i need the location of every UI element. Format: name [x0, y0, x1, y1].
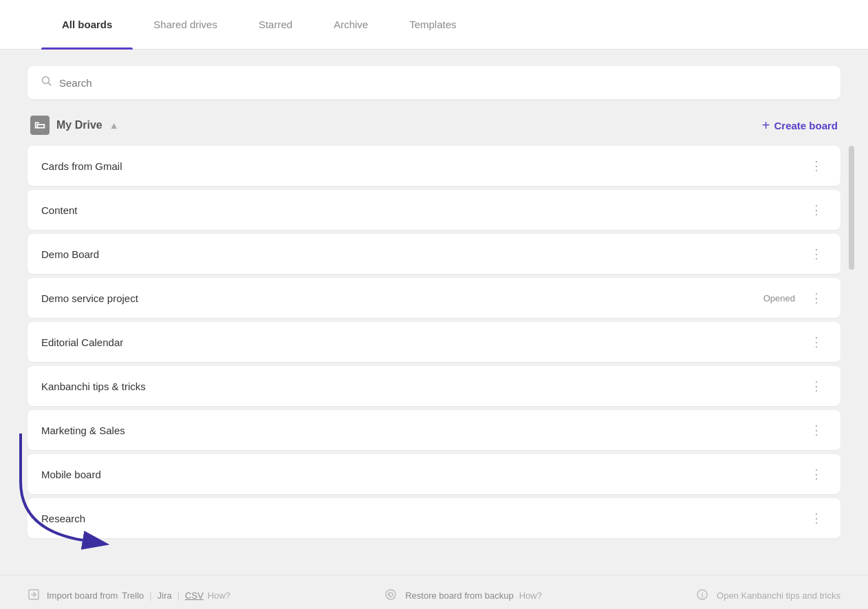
board-item-left: Kanbanchi tips & tricks: [41, 381, 146, 392]
search-icon: [41, 76, 52, 89]
create-board-button[interactable]: + Create board: [762, 118, 838, 133]
board-item-right: Opened⋮: [763, 290, 827, 306]
plus-icon: +: [762, 118, 770, 133]
board-menu-button[interactable]: ⋮: [806, 202, 827, 217]
footer-sep-1: |: [149, 590, 151, 601]
board-menu-button[interactable]: ⋮: [806, 246, 827, 261]
tips-icon: [696, 588, 708, 603]
tab-shared-drives[interactable]: Shared drives: [133, 0, 238, 50]
board-item[interactable]: Demo service projectOpened⋮: [28, 278, 840, 318]
drive-sort-icon[interactable]: ▲: [109, 120, 119, 131]
board-list-container: Cards from Gmail⋮Content⋮Demo Board⋮Demo…: [28, 146, 840, 542]
board-opened-badge: Opened: [763, 293, 795, 303]
svg-point-10: [386, 590, 395, 599]
board-menu-button[interactable]: ⋮: [806, 511, 827, 526]
board-item-right: ⋮: [806, 334, 827, 350]
board-item[interactable]: Editorial Calendar⋮: [28, 322, 840, 362]
import-trello-link[interactable]: Trello: [122, 590, 144, 601]
board-menu-button[interactable]: ⋮: [806, 423, 827, 438]
tab-all-boards-label: All boards: [62, 19, 112, 30]
board-menu-button[interactable]: ⋮: [806, 290, 827, 306]
footer-sep-2: |: [177, 590, 180, 601]
board-item-left: Content: [41, 204, 78, 216]
tab-bar: All boards Shared drives Starred Archive…: [0, 0, 868, 50]
board-item-right: ⋮: [806, 378, 827, 394]
board-item-right: ⋮: [806, 158, 827, 173]
search-bar: [28, 66, 840, 99]
board-item-name: Content: [41, 204, 78, 216]
create-board-label: Create board: [774, 120, 838, 131]
app-container: All boards Shared drives Starred Archive…: [0, 0, 868, 609]
tab-starred[interactable]: Starred: [238, 0, 313, 50]
open-tips-link[interactable]: Open Kanbanchi tips and tricks: [717, 590, 840, 601]
footer-left: Import board from Trello | Jira | CSV Ho…: [28, 588, 230, 603]
board-item-name: Demo Board: [41, 248, 99, 260]
svg-rect-7: [43, 124, 45, 128]
footer-right: Open Kanbanchi tips and tricks: [696, 588, 840, 603]
restore-icon: [384, 588, 397, 603]
board-item-name: Cards from Gmail: [41, 160, 122, 172]
svg-rect-4: [35, 127, 45, 129]
board-menu-button[interactable]: ⋮: [806, 378, 827, 394]
board-item-name: Editorial Calendar: [41, 336, 123, 348]
import-csv-link[interactable]: CSV: [185, 590, 204, 601]
tab-starred-label: Starred: [259, 19, 292, 30]
board-item[interactable]: Mobile board⋮: [28, 454, 840, 494]
footer: Import board from Trello | Jira | CSV Ho…: [0, 575, 868, 609]
board-item-left: Editorial Calendar: [41, 336, 123, 348]
board-item-right: ⋮: [806, 511, 827, 526]
board-item[interactable]: Marketing & Sales⋮: [28, 410, 840, 450]
board-item[interactable]: Kanbanchi tips & tricks⋮: [28, 366, 840, 406]
restore-label: Restore board from backup: [405, 590, 514, 601]
board-item-right: ⋮: [806, 467, 827, 482]
tab-archive-label: Archive: [334, 19, 368, 30]
board-item-name: Marketing & Sales: [41, 425, 125, 436]
import-how-link[interactable]: How?: [208, 590, 230, 601]
board-item-right: ⋮: [806, 202, 827, 217]
board-item-left: Cards from Gmail: [41, 160, 122, 172]
restore-how-link[interactable]: How?: [519, 590, 542, 601]
board-item-name: Research: [41, 513, 85, 524]
tab-archive[interactable]: Archive: [313, 0, 389, 50]
tab-shared-drives-label: Shared drives: [153, 19, 217, 30]
board-menu-button[interactable]: ⋮: [806, 158, 827, 173]
board-menu-button[interactable]: ⋮: [806, 334, 827, 350]
drive-icon: [30, 116, 50, 135]
svg-point-12: [702, 592, 703, 593]
board-list: Cards from Gmail⋮Content⋮Demo Board⋮Demo…: [28, 146, 840, 542]
svg-line-1: [49, 83, 52, 86]
board-item-left: Mobile board: [41, 469, 101, 480]
main-content: My Drive ▲ + Create board Cards from Gma…: [0, 50, 868, 568]
board-item-left: Demo service project: [41, 292, 138, 304]
board-item-left: Demo Board: [41, 248, 99, 260]
board-item-left: Research: [41, 513, 85, 524]
svg-rect-6: [37, 124, 39, 128]
tab-templates[interactable]: Templates: [389, 0, 477, 50]
import-jira-link[interactable]: Jira: [158, 590, 172, 601]
drive-header: My Drive ▲ + Create board: [28, 116, 840, 135]
tab-templates-label: Templates: [409, 19, 456, 30]
board-item-name: Demo service project: [41, 292, 138, 304]
import-label: Import board from: [47, 590, 118, 601]
scrollbar-thumb[interactable]: [849, 146, 854, 270]
board-item[interactable]: Content⋮: [28, 190, 840, 230]
tab-all-boards[interactable]: All boards: [41, 0, 133, 50]
footer-center: Restore board from backup How?: [384, 588, 542, 603]
drive-title: My Drive: [56, 119, 102, 131]
board-item-name: Kanbanchi tips & tricks: [41, 381, 146, 392]
drive-left: My Drive ▲: [30, 116, 119, 135]
board-item[interactable]: Demo Board⋮: [28, 234, 840, 274]
board-item-left: Marketing & Sales: [41, 425, 125, 436]
board-item-name: Mobile board: [41, 469, 101, 480]
board-item-right: ⋮: [806, 246, 827, 261]
board-menu-button[interactable]: ⋮: [806, 467, 827, 482]
board-item-right: ⋮: [806, 423, 827, 438]
board-item[interactable]: Research⋮: [28, 498, 840, 538]
board-item[interactable]: Cards from Gmail⋮: [28, 146, 840, 186]
import-icon: [28, 588, 40, 603]
search-input[interactable]: [59, 77, 827, 89]
